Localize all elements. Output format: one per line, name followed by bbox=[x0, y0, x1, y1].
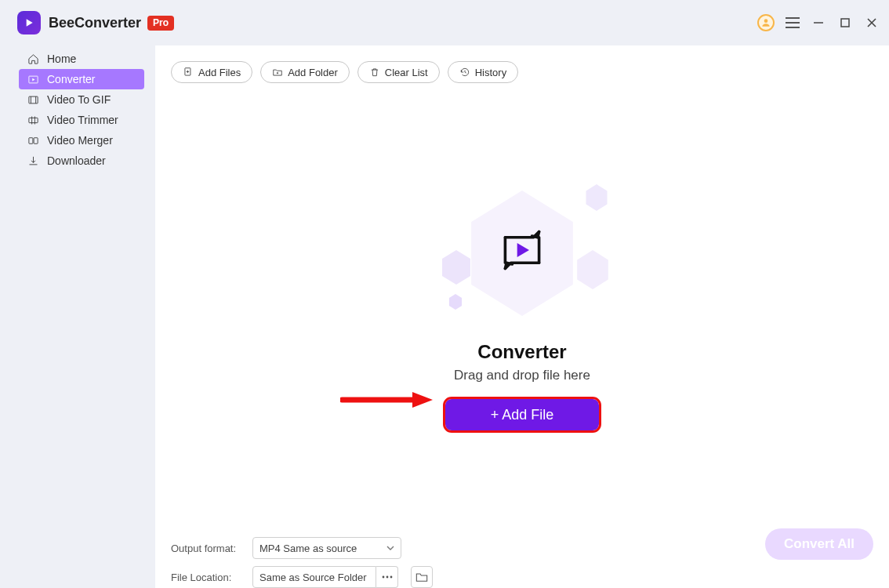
svg-point-1 bbox=[764, 19, 768, 23]
dropzone-subtitle: Drag and drop file here bbox=[454, 368, 590, 383]
toolbar: Add Files Add Folder Clear List History bbox=[155, 45, 889, 83]
annotation-arrow bbox=[340, 390, 434, 409]
app-logo bbox=[17, 11, 41, 34]
svg-rect-15 bbox=[34, 137, 38, 143]
convert-icon bbox=[494, 222, 550, 278]
file-location-label: File Location: bbox=[171, 572, 240, 583]
dropzone[interactable]: Converter Drag and drop file here + Add … bbox=[155, 83, 889, 530]
footer-bar: Output format: MP4 Same as source Conver… bbox=[155, 530, 889, 588]
ellipsis-icon bbox=[382, 575, 393, 579]
download-icon bbox=[27, 154, 39, 167]
trash-icon bbox=[369, 67, 380, 78]
merger-icon bbox=[27, 134, 39, 147]
minimize-button[interactable] bbox=[811, 15, 826, 31]
sidebar-item-video-merger[interactable]: Video Merger bbox=[19, 130, 144, 151]
sidebar-item-home[interactable]: Home bbox=[19, 49, 144, 69]
converter-icon bbox=[27, 73, 39, 85]
svg-rect-3 bbox=[841, 19, 849, 27]
button-label: History bbox=[475, 67, 506, 78]
file-location-field[interactable]: Same as Source Folder bbox=[252, 566, 376, 588]
trimmer-icon bbox=[27, 114, 39, 126]
main-content: Add Files Add Folder Clear List History bbox=[155, 45, 889, 588]
svg-point-27 bbox=[386, 576, 388, 579]
sidebar-item-label: Converter bbox=[47, 73, 95, 85]
sidebar-item-converter[interactable]: Converter bbox=[19, 69, 144, 89]
button-label: Add Folder bbox=[288, 67, 338, 78]
convert-all-button[interactable]: Convert All bbox=[765, 528, 873, 560]
sidebar-item-video-to-gif[interactable]: Video To GIF bbox=[19, 89, 144, 110]
history-icon bbox=[459, 67, 470, 78]
app-title: BeeConverter bbox=[49, 15, 141, 31]
svg-rect-8 bbox=[28, 96, 37, 103]
output-format-select[interactable]: MP4 Same as source bbox=[252, 537, 401, 559]
dropzone-graphic bbox=[444, 183, 601, 324]
sidebar-item-label: Video To GIF bbox=[47, 93, 111, 106]
select-value: MP4 Same as source bbox=[259, 543, 357, 554]
output-format-label: Output format: bbox=[171, 543, 240, 554]
history-button[interactable]: History bbox=[448, 61, 518, 83]
add-file-button[interactable]: + Add File bbox=[445, 399, 599, 430]
button-label: Convert All bbox=[784, 536, 855, 551]
svg-marker-25 bbox=[412, 392, 433, 408]
maximize-button[interactable] bbox=[837, 15, 853, 31]
menu-icon[interactable] bbox=[786, 17, 800, 28]
svg-rect-14 bbox=[28, 137, 32, 143]
add-folder-button[interactable]: Add Folder bbox=[260, 61, 350, 83]
svg-marker-0 bbox=[27, 19, 33, 26]
sidebar: Home Converter Video To GIF Video Trimme… bbox=[0, 45, 155, 588]
svg-point-26 bbox=[382, 576, 384, 579]
dropzone-title: Converter bbox=[477, 341, 566, 363]
open-folder-button[interactable] bbox=[411, 566, 433, 588]
close-button[interactable] bbox=[864, 15, 880, 31]
svg-marker-23 bbox=[517, 243, 529, 257]
account-icon[interactable] bbox=[757, 14, 775, 31]
pro-badge: Pro bbox=[147, 16, 174, 31]
sidebar-item-label: Downloader bbox=[47, 154, 106, 167]
file-plus-icon bbox=[183, 67, 194, 78]
file-location-more-button[interactable] bbox=[376, 566, 398, 588]
clear-list-button[interactable]: Clear List bbox=[357, 61, 440, 83]
svg-rect-11 bbox=[28, 118, 37, 122]
svg-marker-7 bbox=[32, 78, 34, 81]
svg-point-28 bbox=[390, 576, 392, 579]
button-label: Add Files bbox=[198, 67, 241, 78]
sidebar-item-label: Home bbox=[47, 53, 76, 65]
button-label: + Add File bbox=[491, 407, 554, 423]
gif-icon bbox=[27, 93, 39, 106]
field-value: Same as Source Folder bbox=[259, 572, 367, 583]
sidebar-item-video-trimmer[interactable]: Video Trimmer bbox=[19, 110, 144, 130]
button-label: Clear List bbox=[385, 67, 428, 78]
chevron-down-icon bbox=[386, 544, 394, 552]
folder-icon bbox=[415, 572, 428, 583]
sidebar-item-label: Video Merger bbox=[47, 134, 113, 147]
titlebar: BeeConverter Pro bbox=[0, 0, 889, 45]
sidebar-item-label: Video Trimmer bbox=[47, 114, 118, 126]
folder-plus-icon bbox=[272, 67, 283, 78]
home-icon bbox=[27, 53, 39, 65]
add-files-button[interactable]: Add Files bbox=[171, 61, 252, 83]
sidebar-item-downloader[interactable]: Downloader bbox=[19, 151, 144, 171]
